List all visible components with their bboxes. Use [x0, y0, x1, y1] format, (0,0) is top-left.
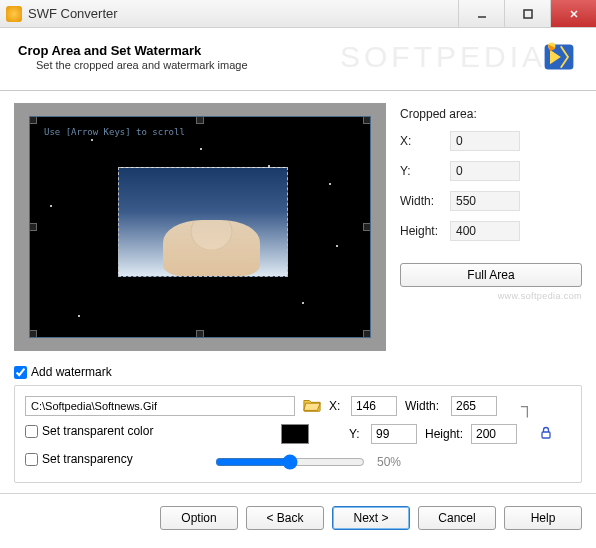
bracket-top: ┐ — [521, 402, 534, 411]
crop-handle-mr[interactable] — [363, 223, 371, 231]
cropped-area-label: Cropped area: — [400, 107, 582, 121]
crop-handle-tl[interactable] — [29, 116, 37, 124]
crop-width-input[interactable] — [450, 191, 520, 211]
crop-width-label: Width: — [400, 194, 450, 208]
wm-height-label: Height: — [425, 427, 463, 441]
set-transparent-color-checkbox[interactable] — [25, 425, 38, 438]
crop-height-input[interactable] — [450, 221, 520, 241]
cancel-button[interactable]: Cancel — [418, 506, 496, 530]
preview-hint: Use [Arrow Keys] to scroll — [44, 127, 185, 137]
browse-icon[interactable] — [303, 397, 321, 416]
wm-y-label: Y: — [349, 427, 363, 441]
add-watermark-label: Add watermark — [31, 365, 112, 379]
set-transparent-color-label: Set transparent color — [42, 424, 153, 438]
wm-width-input[interactable] — [451, 396, 497, 416]
maximize-button[interactable] — [504, 0, 550, 27]
crop-handle-bl[interactable] — [29, 330, 37, 338]
button-bar: Option < Back Next > Cancel Help — [0, 493, 596, 542]
option-button[interactable]: Option — [160, 506, 238, 530]
wm-x-label: X: — [329, 399, 343, 413]
lock-icon[interactable] — [539, 426, 553, 443]
wm-y-input[interactable] — [371, 424, 417, 444]
page-subtitle: Set the cropped area and watermark image — [36, 59, 248, 71]
full-area-button[interactable]: Full Area — [400, 263, 582, 287]
window-title: SWF Converter — [28, 6, 458, 21]
add-watermark-checkbox[interactable] — [14, 366, 27, 379]
close-button[interactable] — [550, 0, 596, 27]
crop-x-input[interactable] — [450, 131, 520, 151]
app-icon — [6, 6, 22, 22]
preview-canvas[interactable]: Use [Arrow Keys] to scroll — [14, 103, 386, 351]
svg-rect-6 — [542, 432, 550, 438]
crop-handle-ml[interactable] — [29, 223, 37, 231]
watermark-group: X: Width: ┐ Set transparent color Y: Hei… — [14, 385, 582, 483]
transparent-color-swatch[interactable] — [281, 424, 309, 444]
crop-y-input[interactable] — [450, 161, 520, 181]
crop-x-label: X: — [400, 134, 450, 148]
crop-y-label: Y: — [400, 164, 450, 178]
next-button[interactable]: Next > — [332, 506, 410, 530]
app-logo-icon — [540, 38, 578, 76]
page-title: Crop Area and Set Watermark — [18, 43, 248, 58]
wizard-header: Crop Area and Set Watermark Set the crop… — [0, 28, 596, 91]
crop-height-label: Height: — [400, 224, 450, 238]
crop-handle-br[interactable] — [363, 330, 371, 338]
minimize-button[interactable] — [458, 0, 504, 27]
transparency-slider[interactable] — [215, 454, 365, 470]
transparency-value: 50% — [377, 455, 401, 469]
crop-handle-bm[interactable] — [196, 330, 204, 338]
back-button[interactable]: < Back — [246, 506, 324, 530]
crop-selection[interactable] — [118, 167, 288, 277]
wm-height-input[interactable] — [471, 424, 517, 444]
wm-x-input[interactable] — [351, 396, 397, 416]
help-button[interactable]: Help — [504, 506, 582, 530]
crop-handle-tr[interactable] — [363, 116, 371, 124]
svg-rect-1 — [524, 10, 532, 18]
set-transparency-label: Set transparency — [42, 452, 133, 466]
watermark-path-input[interactable] — [25, 396, 295, 416]
wm-width-label: Width: — [405, 399, 443, 413]
crop-handle-tm[interactable] — [196, 116, 204, 124]
titlebar: SWF Converter — [0, 0, 596, 28]
softpedia-url: www.softpedia.com — [400, 291, 582, 301]
set-transparency-checkbox[interactable] — [25, 453, 38, 466]
